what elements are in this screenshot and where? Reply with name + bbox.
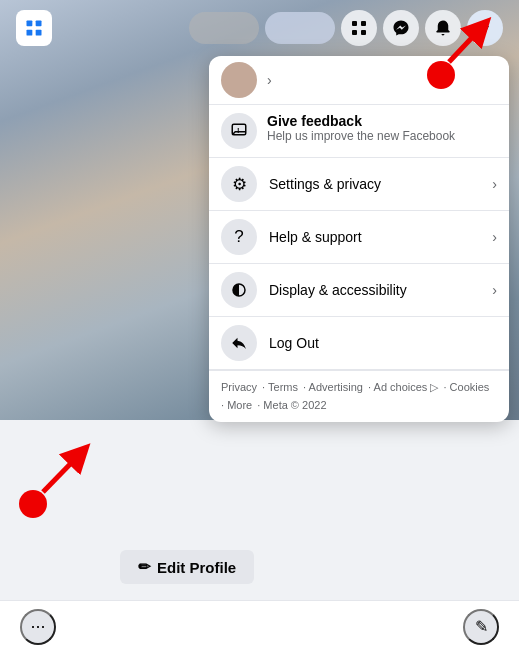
menu-item-logout[interactable]: Log Out (209, 317, 509, 370)
menu-item-display[interactable]: Display & accessibility › (209, 264, 509, 317)
svg-rect-5 (361, 21, 366, 26)
svg-text:!: ! (237, 126, 240, 135)
footer-more[interactable]: More (227, 399, 252, 411)
menu-label-settings: Settings & privacy (269, 176, 480, 192)
chevron-right-icon: › (267, 72, 272, 88)
footer-terms[interactable]: Terms (268, 381, 298, 393)
settings-icon: ⚙ (221, 166, 257, 202)
footer-meta: Meta © 2022 (263, 399, 326, 411)
chevron-down-icon: ▾ (481, 19, 489, 38)
more-options-button[interactable]: ··· (20, 609, 56, 645)
dropdown-profile-row[interactable]: › (209, 56, 509, 105)
footer-advertising[interactable]: Advertising (309, 381, 363, 393)
dots-icon: ··· (30, 616, 45, 637)
edit-profile-button[interactable]: ✏ Edit Profile (120, 550, 254, 584)
chevron-display-icon: › (492, 282, 497, 298)
nav-search-bar (189, 12, 259, 44)
feedback-item[interactable]: ! Give feedback Help us improve the new … (209, 105, 509, 158)
bottom-bar: ··· ✎ (0, 600, 519, 652)
logout-icon (221, 325, 257, 361)
dropdown-footer: Privacy · Terms · Advertising · Ad choic… (209, 370, 509, 422)
feedback-text: Give feedback Help us improve the new Fa… (267, 113, 455, 143)
svg-rect-1 (36, 21, 42, 27)
messenger-button[interactable] (383, 10, 419, 46)
menu-item-settings[interactable]: ⚙ Settings & privacy › (209, 158, 509, 211)
svg-line-13 (43, 454, 80, 492)
svg-rect-3 (36, 30, 42, 36)
chevron-settings-icon: › (492, 176, 497, 192)
edit-profile-label: Edit Profile (157, 559, 236, 576)
footer-cookies[interactable]: Cookies (450, 381, 490, 393)
svg-rect-7 (361, 30, 366, 35)
facebook-logo (16, 10, 52, 46)
dropdown-profile-avatar (221, 62, 257, 98)
notifications-button[interactable] (425, 10, 461, 46)
feedback-subtitle: Help us improve the new Facebook (267, 129, 455, 143)
menu-label-logout: Log Out (269, 335, 497, 351)
footer-privacy[interactable]: Privacy (221, 381, 257, 393)
menu-item-help[interactable]: ? Help & support › (209, 211, 509, 264)
svg-point-12 (19, 490, 47, 518)
svg-rect-4 (352, 21, 357, 26)
display-icon (221, 272, 257, 308)
feedback-icon: ! (221, 113, 257, 149)
compose-icon: ✎ (475, 617, 488, 636)
account-dropdown: › ! Give feedback Help us improve the ne… (209, 56, 509, 422)
chevron-help-icon: › (492, 229, 497, 245)
menu-label-display: Display & accessibility (269, 282, 480, 298)
footer-adchoices[interactable]: Ad choices ▷ (374, 381, 439, 393)
nav-profile-tab (265, 12, 335, 44)
navbar: ▾ (0, 0, 519, 56)
menu-label-help: Help & support (269, 229, 480, 245)
help-icon: ? (221, 219, 257, 255)
arrow-bottom-left (15, 432, 105, 522)
feedback-title: Give feedback (267, 113, 455, 129)
edit-icon: ✏ (138, 558, 151, 576)
compose-button[interactable]: ✎ (463, 609, 499, 645)
svg-rect-2 (27, 30, 33, 36)
svg-rect-0 (27, 21, 33, 27)
grid-button[interactable] (341, 10, 377, 46)
account-menu-button[interactable]: ▾ (467, 10, 503, 46)
svg-rect-6 (352, 30, 357, 35)
